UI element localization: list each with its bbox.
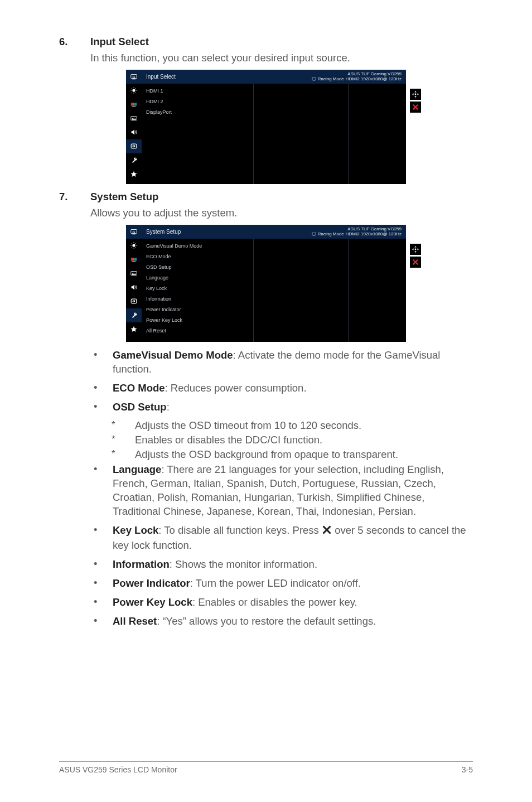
sound-icon: [126, 125, 142, 139]
section-7-desc: Allows you to adjust the system.: [90, 206, 473, 220]
svg-point-41: [415, 249, 417, 250]
svg-point-24: [132, 244, 135, 247]
osd-header: System Setup ASUS TUF Gaming VG259 Racin…: [142, 225, 406, 239]
bullet-text: :: [167, 401, 170, 413]
bullet-text: : There are 21 languages for your select…: [113, 463, 444, 517]
bullet-keylock: •Key Lock: To disable all function keys.…: [90, 524, 473, 553]
osd-title: System Setup: [146, 229, 312, 235]
osd-item: GameVisual Demo Mode: [142, 241, 406, 252]
osd-item-list: GameVisual Demo Mode ECO Mode OSD Setup …: [142, 239, 406, 342]
bullet-text-pre: : To disable all function keys. Press: [158, 524, 322, 536]
osd-res: HDMI2 1920x1080@ 120Hz: [346, 76, 402, 81]
input-icon: [126, 139, 142, 153]
monitor-small-icon: [312, 232, 316, 236]
section-title: Input Select: [90, 36, 149, 48]
bullet-label: GameVisual Demo Mode: [113, 349, 233, 361]
sub-bullet: *Adjusts the OSD timeout from 10 to 120 …: [112, 419, 473, 432]
sub-bullet-text: Adjusts the OSD timeout from 10 to 120 s…: [135, 419, 473, 432]
favorite-icon: [126, 167, 142, 181]
bullet-text: : Turn the power LED indicator on/off.: [190, 577, 361, 589]
svg-line-31: [132, 247, 132, 248]
svg-rect-18: [312, 78, 316, 80]
brightness-icon: [126, 84, 142, 98]
sound-icon: [126, 281, 142, 294]
settings-icon: [126, 153, 142, 167]
section-number: 6.: [59, 36, 90, 48]
bullet-list: •GameVisual Demo Mode: Activate the demo…: [90, 349, 473, 629]
osd-header: Input Select ASUS TUF Gaming VG259 Racin…: [142, 70, 406, 84]
osd-model: ASUS TUF Gaming VG259: [312, 226, 402, 231]
osd-item: All Reset: [142, 326, 406, 336]
joystick-icon: [410, 244, 421, 255]
favorite-icon: [126, 322, 142, 336]
osd-item-list: HDMI 1 HDMI 2 DisplayPort: [142, 84, 406, 184]
osd-device-info: ASUS TUF Gaming VG259 Racing Mode HDMI2 …: [312, 226, 402, 236]
osd-item: Power Key Lock: [142, 315, 406, 326]
bullet-language: •Language: There are 21 languages for yo…: [90, 463, 473, 519]
close-icon: [410, 102, 421, 113]
bullet-label: Language: [113, 463, 161, 475]
bullet-all-reset: •All Reset: “Yes” allows you to restore …: [90, 615, 473, 629]
brightness-icon: [126, 239, 142, 253]
bullet-label: All Reset: [113, 615, 157, 627]
svg-rect-35: [135, 258, 137, 261]
sub-bullet: *Adjusts the OSD background from opaque …: [112, 448, 473, 461]
bullet-label: ECO Mode: [113, 382, 165, 394]
bullet-label: Power Indicator: [113, 577, 190, 589]
bullet-information: •Information: Shows the monitor informat…: [90, 558, 473, 572]
svg-line-30: [136, 247, 136, 248]
svg-rect-39: [312, 233, 316, 235]
footer-right: 3-5: [462, 765, 473, 774]
sub-bullet: *Enables or disables the DDC/CI function…: [112, 434, 473, 446]
svg-line-9: [136, 92, 136, 93]
section-title: System Setup: [90, 191, 158, 203]
svg-line-10: [132, 92, 132, 93]
color-icon: [126, 98, 142, 112]
svg-line-29: [132, 243, 132, 244]
osd-item: Language: [142, 273, 406, 283]
svg-rect-14: [135, 103, 137, 106]
image-icon: [126, 267, 142, 281]
bullet-label: Information: [113, 558, 170, 570]
joystick-icon: [410, 89, 421, 100]
x-button-icon: [322, 525, 332, 539]
osd-item: OSD Setup: [142, 262, 406, 273]
osd-system-setup-screenshot: G System Setup ASUS TUF Gaming VG259 R: [59, 225, 473, 342]
bullet-gamevisual: •GameVisual Demo Mode: Activate the demo…: [90, 349, 473, 376]
osd-item: HDMI 2: [142, 96, 406, 107]
osd-device-info: ASUS TUF Gaming VG259 Racing Mode HDMI2 …: [312, 71, 402, 81]
osd-item: Information: [142, 294, 406, 305]
svg-line-11: [136, 88, 136, 89]
osd-res: HDMI2 1920x1080@ 120Hz: [346, 231, 402, 236]
svg-rect-34: [133, 258, 135, 261]
section-6-heading: 6. Input Select: [59, 36, 473, 48]
svg-rect-13: [133, 103, 135, 106]
osd-control-buttons: [410, 89, 421, 113]
close-icon: [410, 257, 421, 268]
bullet-text: : Shows the monitor information.: [170, 558, 317, 570]
svg-point-20: [415, 94, 417, 95]
settings-icon: [126, 308, 142, 322]
osd-sidebar: G: [126, 225, 142, 342]
svg-text:G: G: [133, 230, 136, 234]
bullet-osd-setup: •OSD Setup:: [90, 400, 473, 414]
section-6-desc: In this function, you can select your de…: [90, 51, 473, 65]
svg-line-32: [136, 243, 136, 244]
gaming-icon: G: [126, 70, 142, 84]
osd-item: ECO Mode: [142, 252, 406, 262]
osd-item: Power Indicator: [142, 305, 406, 315]
bullet-label: Power Key Lock: [113, 596, 192, 608]
section-7-heading: 7. System Setup: [59, 191, 473, 203]
bullet-power-key-lock: •Power Key Lock: Enables or disables the…: [90, 596, 473, 610]
osd-item: DisplayPort: [142, 107, 406, 118]
osd-item: Key Lock: [142, 283, 406, 294]
monitor-small-icon: [312, 77, 316, 81]
color-icon: [126, 253, 142, 267]
osd-mode: Racing Mode: [318, 231, 344, 236]
osd-title: Input Select: [146, 74, 312, 80]
svg-rect-12: [131, 103, 133, 106]
bullet-text: : “Yes” allows you to restore the defaul…: [157, 615, 376, 627]
sub-bullet-text: Adjusts the OSD background from opaque t…: [135, 448, 473, 461]
osd-input-select-screenshot: G Input Select ASUS TUF Gaming VG259 R: [59, 70, 473, 184]
svg-point-3: [132, 89, 135, 92]
